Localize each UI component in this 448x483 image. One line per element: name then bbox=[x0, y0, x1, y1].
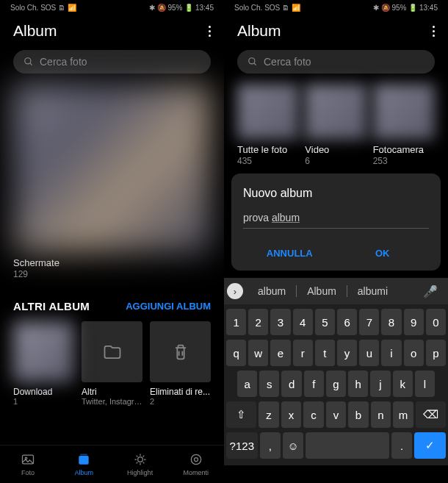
key-9[interactable]: 9 bbox=[404, 309, 424, 335]
key-w[interactable]: w bbox=[248, 340, 268, 366]
mic-icon[interactable]: 🎤 bbox=[423, 285, 438, 298]
album-altri[interactable]: Altri Twitter, Instagra... bbox=[82, 321, 142, 406]
key-b[interactable]: b bbox=[348, 401, 369, 428]
svg-point-9 bbox=[249, 58, 255, 64]
ok-button[interactable]: OK bbox=[336, 242, 430, 265]
search-input[interactable]: Cerca foto bbox=[13, 50, 211, 74]
key-✓[interactable]: ✓ bbox=[414, 432, 446, 459]
key-5[interactable]: 5 bbox=[315, 309, 335, 335]
key-?123[interactable]: ?123 bbox=[226, 432, 258, 459]
key-a[interactable]: a bbox=[237, 371, 257, 397]
album-video[interactable]: Video 6 bbox=[305, 84, 366, 166]
trash-icon bbox=[150, 321, 211, 382]
svg-rect-4 bbox=[79, 456, 89, 465]
key-6[interactable]: 6 bbox=[337, 309, 357, 335]
key-3[interactable]: 3 bbox=[270, 309, 290, 335]
search-icon bbox=[248, 57, 258, 67]
nav-momenti[interactable]: Momenti bbox=[168, 446, 224, 483]
key-⇧[interactable]: ⇧ bbox=[226, 401, 256, 428]
key-7[interactable]: 7 bbox=[359, 309, 379, 335]
key-.[interactable]: . bbox=[391, 432, 412, 459]
key-d[interactable]: d bbox=[281, 371, 301, 397]
album-thumbnail bbox=[13, 321, 74, 382]
section-title: ALTRI ALBUM bbox=[13, 300, 90, 312]
album-thumbnail bbox=[305, 84, 366, 140]
add-album-button[interactable]: AGGIUNGI ALBUM bbox=[126, 301, 211, 312]
screen-new-album-dialog: Solo Ch. SOS 🗎 📶 ✱ 🔕 95% 🔋 13:45 Album C… bbox=[224, 0, 448, 483]
suggestion[interactable]: Album bbox=[298, 282, 345, 300]
suggestion[interactable]: albumi bbox=[349, 282, 397, 300]
keyboard: 1234567890 qwertyuiop asdfghjkl ⇧zxcvbnm… bbox=[224, 304, 448, 465]
album-fotocamera[interactable]: Fotocamera 253 bbox=[373, 84, 435, 166]
status-left: Solo Ch. SOS 🗎 📶 bbox=[10, 4, 76, 12]
key-z[interactable]: z bbox=[259, 401, 279, 428]
key-j[interactable]: j bbox=[370, 371, 390, 397]
key-0[interactable]: 0 bbox=[426, 309, 446, 335]
album-icon bbox=[76, 452, 91, 467]
key-q[interactable]: q bbox=[226, 340, 246, 366]
new-album-dialog: Nuovo album prova album ANNULLA OK bbox=[231, 173, 441, 271]
key-8[interactable]: 8 bbox=[381, 309, 401, 335]
key-n[interactable]: n bbox=[371, 401, 391, 428]
album-deleted[interactable]: Eliminati di re... 2 bbox=[150, 321, 211, 406]
highlight-icon bbox=[133, 452, 148, 467]
album-download[interactable]: Download 1 bbox=[13, 321, 74, 406]
folder-icon bbox=[82, 321, 142, 382]
svg-point-0 bbox=[25, 58, 31, 64]
svg-point-6 bbox=[137, 457, 142, 462]
svg-rect-5 bbox=[80, 454, 87, 456]
key-r[interactable]: r bbox=[293, 340, 313, 366]
album-tutte-le-foto[interactable]: Tutte le foto 435 bbox=[237, 84, 299, 166]
page-title: Album bbox=[13, 22, 57, 40]
dialog-title: Nuovo album bbox=[243, 187, 429, 200]
key-☺[interactable]: ☺ bbox=[283, 432, 303, 459]
key-2[interactable]: 2 bbox=[248, 309, 268, 335]
status-bar: Solo Ch. SOS 🗎 📶 ✱ 🔕 95% 🔋 13:45 bbox=[0, 0, 224, 15]
photo-icon bbox=[21, 452, 35, 467]
nav-album[interactable]: Album bbox=[56, 446, 112, 483]
moments-icon bbox=[189, 452, 203, 467]
key-f[interactable]: f bbox=[304, 371, 324, 397]
header: Album bbox=[224, 15, 448, 50]
key-y[interactable]: y bbox=[337, 340, 357, 366]
key-l[interactable]: l bbox=[415, 371, 435, 397]
svg-point-8 bbox=[194, 458, 198, 462]
overflow-menu-icon[interactable] bbox=[433, 26, 435, 37]
overflow-menu-icon[interactable] bbox=[209, 26, 211, 37]
status-right: ✱ 🔕 95% 🔋 13:45 bbox=[149, 4, 214, 12]
key-4[interactable]: 4 bbox=[293, 309, 313, 335]
key-v[interactable]: v bbox=[326, 401, 347, 428]
search-input[interactable]: Cerca foto bbox=[237, 50, 435, 74]
key-k[interactable]: k bbox=[393, 371, 413, 397]
key-h[interactable]: h bbox=[348, 371, 368, 397]
key-p[interactable]: p bbox=[426, 340, 446, 366]
key-⌫[interactable]: ⌫ bbox=[416, 401, 446, 428]
search-icon bbox=[24, 57, 34, 67]
key-c[interactable]: c bbox=[303, 401, 324, 428]
key-u[interactable]: u bbox=[359, 340, 379, 366]
nav-highlight[interactable]: Highlight bbox=[112, 446, 168, 483]
key-s[interactable]: s bbox=[259, 371, 279, 397]
key-1[interactable]: 1 bbox=[226, 309, 246, 335]
key-g[interactable]: g bbox=[326, 371, 346, 397]
suggestion[interactable]: album bbox=[249, 282, 295, 300]
album-thumbnail-schermate[interactable] bbox=[13, 84, 211, 253]
key-x[interactable]: x bbox=[281, 401, 302, 428]
key-,[interactable]: , bbox=[260, 432, 281, 459]
screen-album-main: Solo Ch. SOS 🗎 📶 ✱ 🔕 95% 🔋 13:45 Album C… bbox=[0, 0, 224, 483]
key-o[interactable]: o bbox=[404, 340, 424, 366]
key-m[interactable]: m bbox=[393, 401, 413, 428]
svg-line-1 bbox=[30, 63, 32, 65]
key-i[interactable]: i bbox=[381, 340, 401, 366]
search-placeholder: Cerca foto bbox=[40, 56, 87, 68]
search-placeholder: Cerca foto bbox=[264, 56, 311, 68]
svg-point-7 bbox=[191, 454, 200, 464]
keyboard-suggestion-bar: › album Album albumi 🎤 bbox=[224, 278, 448, 304]
cancel-button[interactable]: ANNULLA bbox=[243, 242, 336, 265]
album-name-input[interactable]: prova album bbox=[243, 212, 429, 229]
key-e[interactable]: e bbox=[270, 340, 290, 366]
key-t[interactable]: t bbox=[315, 340, 335, 366]
nav-foto[interactable]: Foto bbox=[0, 446, 56, 483]
key-space[interactable] bbox=[306, 432, 389, 459]
expand-suggestions-icon[interactable]: › bbox=[227, 283, 243, 299]
